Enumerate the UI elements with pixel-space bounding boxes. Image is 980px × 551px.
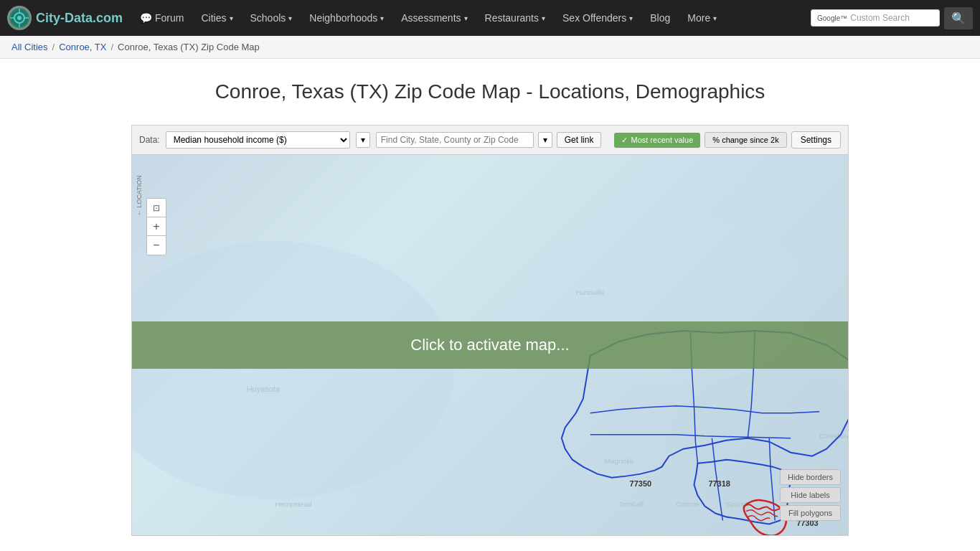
chevron-down-icon: ▾: [542, 14, 545, 22]
search-button[interactable]: 🔍: [944, 7, 973, 29]
search-input[interactable]: Custom Search: [850, 13, 933, 23]
map-activate-overlay[interactable]: Click to activate map...: [132, 321, 848, 369]
breadcrumb-separator-2: /: [110, 42, 113, 52]
location-row: ▾ Get link: [376, 132, 609, 148]
pct-change-button[interactable]: % change since 2k: [705, 132, 786, 148]
page-title: Conroe, Texas (TX) Zip Code Map - Locati…: [14, 80, 966, 103]
nav-assessments[interactable]: Assessments ▾: [394, 8, 474, 28]
get-link-button[interactable]: Get link: [557, 132, 602, 148]
zoom-out-button[interactable]: −: [147, 236, 166, 255]
most-recent-button[interactable]: ✓ Most recent value: [614, 133, 700, 148]
nav-schools[interactable]: Schools ▾: [243, 8, 300, 28]
logo-icon: [7, 6, 32, 30]
nav-sex-offenders[interactable]: Sex Offenders ▾: [555, 8, 640, 28]
breadcrumb-city[interactable]: Conroe, TX: [59, 42, 106, 52]
chevron-down-icon: ▾: [380, 14, 384, 22]
svg-text:Hempstead: Hempstead: [275, 500, 312, 508]
breadcrumb-current: Conroe, Texas (TX) Zip Code Map: [118, 42, 260, 52]
svg-text:Tomball: Tomball: [619, 500, 644, 508]
zoom-in-button[interactable]: +: [147, 217, 166, 236]
chevron-down-icon: ▾: [230, 14, 233, 22]
chevron-down-icon: ▾: [288, 14, 292, 22]
breadcrumb: All Cities / Conroe, TX / Conroe, Texas …: [0, 36, 980, 59]
zip-label-77350: 77350: [630, 479, 652, 488]
breadcrumb-separator: /: [52, 42, 55, 52]
svg-text:Huntsville: Huntsville: [576, 289, 604, 296]
checkmark-icon: ✓: [621, 136, 628, 145]
svg-point-2: [17, 16, 22, 20]
map-image-area[interactable]: ⊡ + − ← LOCATION Huyasota Huntsville Hem…: [132, 155, 848, 535]
svg-text:Huyasota: Huyasota: [247, 385, 281, 393]
svg-text:Conroe: Conroe: [676, 500, 699, 508]
svg-text:Cleveland: Cleveland: [819, 432, 848, 440]
map-bottom-buttons: Hide borders Hide labels Fill polygons: [780, 469, 841, 521]
nav-neighborhoods[interactable]: Neighborhoods ▾: [302, 8, 391, 28]
logo-text: City-Data.com: [36, 11, 123, 26]
data-label: Data:: [139, 135, 160, 145]
fill-polygons-button[interactable]: Fill polygons: [780, 505, 841, 521]
map-toolbar: Data: Median household income ($) ▾ ▾ Ge…: [132, 126, 848, 155]
location-dropdown-button[interactable]: ▾: [538, 132, 552, 148]
top-navbar: City-Data.com 💬 Forum Cities ▾ Schools ▾…: [0, 0, 980, 36]
nav-cities[interactable]: Cities ▾: [194, 8, 240, 28]
nav-more[interactable]: More ▾: [680, 8, 724, 28]
settings-button[interactable]: Settings: [791, 131, 841, 149]
svg-point-10: [347, 420, 633, 535]
main-content: Conroe, Texas (TX) Zip Code Map - Locati…: [0, 59, 980, 551]
nav-blog[interactable]: Blog: [643, 8, 677, 28]
data-select[interactable]: Median household income ($): [166, 131, 350, 149]
hide-borders-button[interactable]: Hide borders: [780, 469, 841, 485]
data-dropdown-button[interactable]: ▾: [356, 132, 370, 148]
site-logo[interactable]: City-Data.com: [7, 6, 123, 30]
nav-forum[interactable]: 💬 Forum: [133, 8, 191, 28]
search-area: Google™ Custom Search 🔍: [811, 7, 973, 29]
location-input[interactable]: [376, 132, 534, 148]
hide-labels-button[interactable]: Hide labels: [780, 487, 841, 503]
zip-label-77318: 77318: [708, 479, 730, 488]
forum-icon: 💬: [140, 12, 152, 24]
search-box: Google™ Custom Search: [811, 9, 940, 27]
chevron-down-icon: ▾: [464, 14, 468, 22]
nav-restaurants[interactable]: Restaurants ▾: [478, 8, 552, 28]
breadcrumb-all-cities[interactable]: All Cities: [11, 42, 48, 52]
google-label: Google™: [817, 14, 847, 22]
zoom-fit-button[interactable]: ⊡: [147, 199, 166, 217]
zip-red-detail-3: [748, 516, 770, 521]
svg-text:Magnolia: Magnolia: [605, 457, 634, 465]
zoom-controls: ⊡ + −: [146, 198, 166, 255]
chevron-down-icon: ▾: [713, 14, 717, 22]
chevron-down-icon: ▾: [629, 14, 633, 22]
map-container: Data: Median household income ($) ▾ ▾ Ge…: [131, 125, 849, 536]
